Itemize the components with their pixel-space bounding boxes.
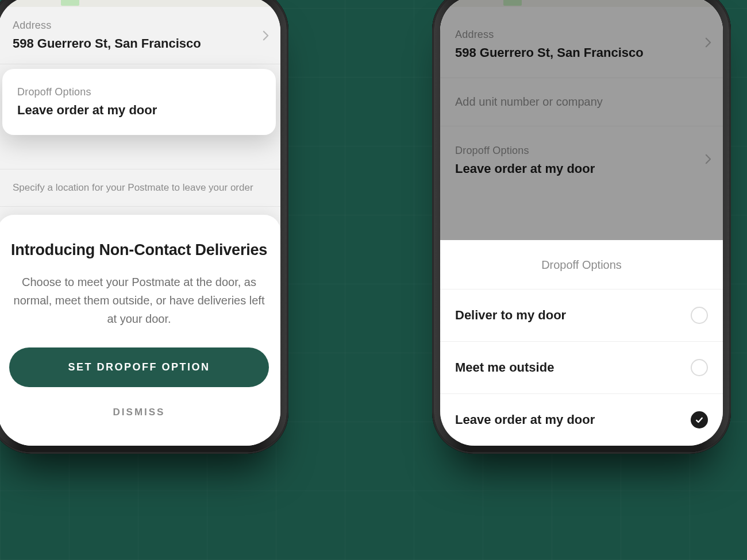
map-strip (0, 0, 280, 7)
option-leave-order-at-door[interactable]: Leave order at my door (440, 393, 723, 446)
option-label: Meet me outside (455, 360, 554, 375)
chevron-right-icon (263, 30, 269, 41)
option-label: Leave order at my door (455, 412, 595, 427)
dropoff-options-sheet: Dropoff Options Deliver to my door Meet … (440, 240, 723, 446)
address-value: 598 Guerrero St, San Francisco (13, 36, 265, 51)
phone-screen: Address 598 Guerrero St, San Francisco D… (0, 0, 280, 446)
radio-unchecked-icon (691, 359, 708, 376)
address-label: Address (13, 20, 265, 32)
helper-text: Specify a location for your Postmate to … (13, 182, 253, 193)
left-underlay: Address 598 Guerrero St, San Francisco D… (0, 0, 280, 207)
address-row[interactable]: Address 598 Guerrero St, San Francisco (0, 7, 280, 64)
dropoff-value: Leave order at my door (17, 103, 261, 118)
promo-title: Introducing Non-Contact Deliveries (9, 241, 269, 259)
helper-text-row: Specify a location for your Postmate to … (0, 169, 280, 207)
dropoff-label: Dropoff Options (17, 86, 261, 98)
set-dropoff-option-button[interactable]: SET DROPOFF OPTION (9, 347, 269, 387)
promo-sheet: Introducing Non-Contact Deliveries Choos… (0, 215, 280, 446)
spacer-row (0, 143, 280, 169)
option-label: Deliver to my door (455, 308, 566, 323)
phone-screen: Address 598 Guerrero St, San Francisco A… (440, 0, 723, 446)
radio-checked-icon (691, 411, 708, 428)
dropoff-highlight-card[interactable]: Dropoff Options Leave order at my door (2, 69, 276, 135)
radio-unchecked-icon (691, 307, 708, 324)
dismiss-button[interactable]: DISMISS (9, 402, 269, 423)
phone-left: Address 598 Guerrero St, San Francisco D… (0, 0, 288, 454)
option-deliver-to-my-door[interactable]: Deliver to my door (440, 289, 723, 341)
promo-body: Choose to meet your Postmate at the door… (9, 273, 269, 328)
option-meet-me-outside[interactable]: Meet me outside (440, 341, 723, 393)
options-sheet-title: Dropoff Options (440, 254, 723, 289)
phone-right: Address 598 Guerrero St, San Francisco A… (432, 0, 731, 454)
